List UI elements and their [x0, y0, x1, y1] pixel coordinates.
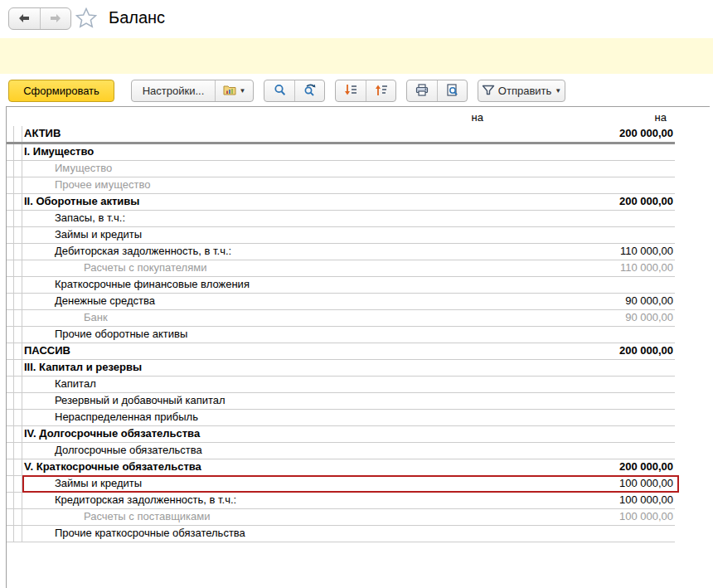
row-label[interactable]: IV. Долгосрочные обязательства: [22, 426, 391, 442]
row-value-1[interactable]: [391, 393, 492, 409]
row-label[interactable]: II. Оборотные активы: [22, 194, 391, 210]
row-label[interactable]: Долгосрочные обязательства: [22, 443, 391, 459]
report-variants-button[interactable]: ▼: [215, 80, 253, 101]
row-value-2[interactable]: [492, 177, 675, 193]
row-label[interactable]: V. Краткосрочные обязательства: [22, 459, 391, 475]
row-label[interactable]: Банк: [22, 310, 391, 326]
row-value-1[interactable]: [391, 509, 492, 525]
row-label[interactable]: Займы и кредиты: [22, 227, 391, 243]
collapse-groups-button[interactable]: [336, 80, 366, 101]
row-value-2[interactable]: 200 000,00: [492, 343, 675, 359]
row-value-2[interactable]: [492, 277, 675, 293]
row-value-2[interactable]: 100 000,00: [492, 509, 675, 525]
row-value-2[interactable]: [492, 410, 675, 425]
row-label[interactable]: Запасы, в т.ч.:: [22, 211, 391, 226]
row-label[interactable]: Кредиторская задолженность, в т.ч.:: [22, 493, 391, 508]
row-label[interactable]: АКТИВ: [22, 126, 391, 142]
row-value-1[interactable]: [391, 194, 492, 210]
row-value-2[interactable]: 110 000,00: [492, 260, 675, 276]
row-value-1[interactable]: [391, 144, 492, 160]
find-button[interactable]: [264, 80, 294, 101]
row-label[interactable]: Краткосрочные финансовые вложения: [22, 277, 391, 293]
row-value-2[interactable]: [492, 393, 675, 409]
row-value-1[interactable]: [391, 459, 492, 475]
row-value-2[interactable]: [492, 526, 675, 542]
row-value-2[interactable]: [492, 227, 675, 243]
print-button[interactable]: [407, 80, 437, 101]
row-value-1[interactable]: [391, 244, 492, 260]
row-value-1[interactable]: [391, 426, 492, 442]
group-level-cell-1: [7, 126, 14, 142]
row-value-2[interactable]: 90 000,00: [492, 310, 675, 326]
continue-find-button[interactable]: [294, 80, 324, 101]
row-value-1[interactable]: [391, 493, 492, 508]
row-value-2[interactable]: [492, 443, 675, 459]
row-label[interactable]: Резервный и добавочный капитал: [22, 393, 391, 409]
row-value-2[interactable]: 100 000,00: [492, 476, 675, 492]
row-value-1[interactable]: [391, 377, 492, 392]
row-value-1[interactable]: [391, 443, 492, 459]
row-value-1[interactable]: [391, 211, 492, 226]
send-button[interactable]: Отправить ▼: [478, 80, 565, 101]
row-value-2[interactable]: [492, 426, 675, 442]
row-value-2[interactable]: 110 000,00: [492, 244, 675, 260]
row-value-2[interactable]: 100 000,00: [492, 493, 675, 508]
row-label[interactable]: Займы и кредиты: [22, 476, 391, 492]
row-label[interactable]: Денежные средства: [22, 294, 391, 309]
row-label[interactable]: ПАССИВ: [22, 343, 391, 359]
row-label[interactable]: Капитал: [22, 377, 391, 392]
row-value-1[interactable]: [391, 294, 492, 309]
row-value-2[interactable]: [492, 161, 675, 177]
row-value-1[interactable]: [391, 410, 492, 425]
row-value-1[interactable]: [391, 177, 492, 193]
row-label[interactable]: Расчеты с покупателями: [22, 260, 391, 276]
history-nav: [8, 7, 71, 30]
row-value-1[interactable]: [391, 360, 492, 376]
row-value-1[interactable]: [391, 126, 492, 142]
table-row: Банк 90 000,00: [7, 310, 675, 327]
row-value-2[interactable]: [492, 327, 675, 343]
back-button[interactable]: [9, 8, 40, 29]
row-value-1[interactable]: [391, 343, 492, 359]
group-level-cell-2: [14, 459, 22, 475]
group-level-cell-2: [14, 294, 22, 309]
row-label[interactable]: Прочее имущество: [22, 177, 391, 193]
row-label[interactable]: Имущество: [22, 161, 391, 177]
row-label[interactable]: Прочие краткосрочные обязательства: [22, 526, 391, 542]
row-value-2[interactable]: [492, 360, 675, 376]
row-value-1[interactable]: [391, 526, 492, 542]
row-value-2[interactable]: 200 000,00: [492, 459, 675, 475]
forward-button[interactable]: [40, 8, 71, 29]
row-value-1[interactable]: [391, 227, 492, 243]
row-value-2[interactable]: [492, 377, 675, 392]
table-row: Прочие краткосрочные обязательства: [7, 526, 675, 542]
row-label[interactable]: Расчеты с поставщиками: [22, 509, 391, 525]
row-value-1[interactable]: [391, 161, 492, 177]
generate-button[interactable]: Сформировать: [8, 80, 114, 102]
row-value-1[interactable]: [391, 327, 492, 343]
row-value-2[interactable]: 200 000,00: [492, 126, 675, 142]
table-row: Краткосрочные финансовые вложения: [7, 277, 675, 294]
row-value-2[interactable]: 200 000,00: [492, 194, 675, 210]
row-value-1[interactable]: [391, 476, 492, 492]
grouping-group: [335, 80, 396, 102]
row-value-2[interactable]: [492, 211, 675, 226]
group-level-cell-2: [14, 410, 22, 425]
row-label[interactable]: I. Имущество: [22, 144, 391, 160]
settings-button[interactable]: Настройки...: [132, 80, 215, 101]
row-value-1[interactable]: [391, 310, 492, 326]
row-value-2[interactable]: 90 000,00: [492, 294, 675, 309]
print-preview-button[interactable]: [437, 80, 467, 101]
favorite-button[interactable]: [75, 7, 98, 31]
row-value-1[interactable]: [391, 277, 492, 293]
row-label[interactable]: Прочие оборотные активы: [22, 327, 391, 343]
expand-groups-button[interactable]: [366, 80, 395, 101]
row-value-2[interactable]: [492, 144, 675, 160]
table-row: IV. Долгосрочные обязательства: [7, 426, 675, 443]
row-label[interactable]: Нераспределенная прибыль: [22, 410, 391, 425]
row-label[interactable]: Дебиторская задолженность, в т.ч.:: [22, 244, 391, 260]
group-level-cell-1: [7, 443, 14, 459]
settings-label: Настройки...: [143, 85, 205, 97]
row-value-1[interactable]: [391, 260, 492, 276]
row-label[interactable]: III. Капитал и резервы: [22, 360, 391, 376]
